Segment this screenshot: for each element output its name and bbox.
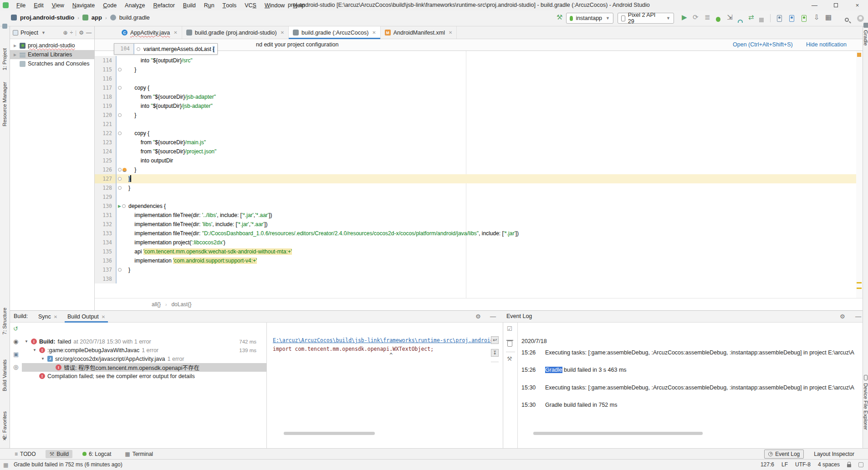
- menu-tools[interactable]: Tools: [219, 0, 241, 10]
- fold-marker-icon[interactable]: [118, 68, 122, 71]
- profile-avatar[interactable]: [857, 15, 864, 23]
- gear-icon[interactable]: ⚙: [475, 313, 481, 320]
- build-console-icon[interactable]: ▣: [13, 351, 19, 358]
- code-line-130[interactable]: 130▶dependencies {: [95, 202, 856, 211]
- build-tree-row[interactable]: ▼!:game:compileDebugJavaWithJavac 1 erro…: [22, 346, 266, 354]
- tab-build-gradle-arcuzcocos-[interactable]: build.gradle (:ArcuzCocos)✕: [289, 26, 381, 39]
- apply-changes-icon[interactable]: ⟳: [693, 13, 699, 21]
- warning-stripe-mark[interactable]: [857, 288, 862, 289]
- stripe-1-project[interactable]: 1: Project: [2, 48, 7, 71]
- code-line-119[interactable]: 119 into "${outputDir}/jsb-adapter": [95, 101, 856, 111]
- code-line-133[interactable]: 133 implementation fileTree(dir: "D:/Coc…: [95, 229, 856, 238]
- checkbox-icon[interactable]: ☑: [507, 325, 512, 332]
- tab-build-gradle-proj-android-studio-[interactable]: build.gradle (proj.android-studio)✕: [182, 26, 289, 39]
- inspection-status-icon[interactable]: [857, 53, 861, 57]
- code-line-122[interactable]: 122 copy {: [95, 129, 856, 138]
- close-icon[interactable]: ✕: [449, 30, 452, 35]
- stripe-device-file-explorer[interactable]: Device File Explorer: [863, 383, 868, 430]
- inspections-eye-icon[interactable]: ◎: [13, 364, 18, 370]
- project-item-proj-android-studio[interactable]: ▶proj.android-studio: [10, 41, 94, 50]
- build-tab-build-output[interactable]: Build Output✕: [64, 311, 109, 323]
- toolwindow-button-event-log[interactable]: Event Log: [764, 450, 804, 459]
- stripe-7-structure[interactable]: 7: Structure: [2, 308, 7, 334]
- stop-icon[interactable]: [759, 16, 764, 24]
- fold-marker-icon[interactable]: [118, 177, 122, 181]
- fold-marker-icon[interactable]: [118, 186, 122, 190]
- fold-marker-icon[interactable]: [122, 204, 126, 208]
- menu-vcs[interactable]: VCS: [240, 0, 260, 10]
- tab-androidmanifest-xml[interactable]: MAndroidManifest.xml✕: [381, 26, 457, 39]
- menu-build[interactable]: Build: [179, 0, 200, 10]
- menu-navigate[interactable]: Navigate: [68, 0, 99, 10]
- toolwindow-button-todo[interactable]: ≡TODO: [11, 450, 39, 458]
- close-icon[interactable]: ✕: [102, 314, 105, 319]
- chevron-down-icon[interactable]: ▼: [41, 30, 46, 35]
- code-line-134[interactable]: 134 implementation project(':libcocos2dx…: [95, 238, 856, 247]
- event-log-hscrollbar[interactable]: [533, 432, 703, 435]
- maximize-button[interactable]: [825, 0, 847, 10]
- pin-icon[interactable]: ◉: [13, 338, 18, 345]
- attach-debugger-icon[interactable]: ⇲: [727, 13, 733, 21]
- tool-window-switcher-icon[interactable]: ▦: [3, 462, 8, 468]
- code-line-136[interactable]: 136 implementation 'com.android.support:…: [95, 256, 856, 265]
- code-line-124[interactable]: 124 from "${sourceDir}/project.json": [95, 147, 856, 156]
- menu-view[interactable]: View: [48, 0, 68, 10]
- sdk-manager-icon[interactable]: [802, 15, 807, 23]
- build-tree-row[interactable]: !错误: 程序包com.tencent.mm.opensdk.openapi不存…: [22, 363, 266, 372]
- device-select[interactable]: Pixel 2 API 29 ▼: [618, 13, 674, 24]
- project-item-scratches-and-consoles[interactable]: Scratches and Consoles: [10, 59, 94, 68]
- event-log-row[interactable]: 2020/7/18: [521, 338, 862, 344]
- fold-marker-icon[interactable]: [118, 168, 122, 172]
- menu-code[interactable]: Code: [99, 0, 121, 10]
- hide-panel-icon[interactable]: —: [86, 30, 92, 36]
- gear-icon[interactable]: ⚙: [840, 313, 845, 320]
- fold-marker-icon[interactable]: [118, 131, 122, 135]
- close-icon[interactable]: ✕: [281, 30, 284, 35]
- toolwindow-button-build[interactable]: ⚒Build: [46, 450, 72, 458]
- menu-run[interactable]: Run: [200, 0, 219, 10]
- debug-icon[interactable]: [716, 15, 720, 23]
- code-line-121[interactable]: 121: [95, 120, 856, 129]
- file-path-link[interactable]: E:\arcuz\ArcuzCocos\build\jsb-link\frame…: [273, 337, 497, 344]
- collapse-all-icon[interactable]: ÷: [70, 30, 73, 36]
- stripe-build-variants[interactable]: Build Variants: [2, 359, 7, 391]
- breadcrumb-item[interactable]: app: [92, 14, 102, 21]
- code-line-117[interactable]: 117 copy {: [95, 83, 856, 92]
- code-line-125[interactable]: 125 into outputDir: [95, 156, 856, 165]
- code-line-137[interactable]: 137}: [95, 265, 856, 274]
- line-separator-widget[interactable]: LF: [781, 461, 788, 468]
- stripe-gradle[interactable]: Gradle: [863, 30, 868, 46]
- intention-bulb-icon[interactable]: [123, 168, 127, 172]
- hide-panel-icon[interactable]: —: [855, 313, 861, 320]
- code-line-114[interactable]: 114 into "${outputDir}/src": [95, 56, 856, 65]
- stripe-resource-manager[interactable]: Resource Manager: [2, 82, 7, 126]
- code-line-138[interactable]: 138: [95, 274, 856, 283]
- virtual-device-icon[interactable]: ⇩: [814, 13, 820, 21]
- code-line-131[interactable]: 131 implementation fileTree(dir: '../lib…: [95, 211, 856, 220]
- editor[interactable]: 114 into "${outputDir}/src"115 }116117 c…: [95, 51, 856, 298]
- project-structure-icon[interactable]: ▦: [825, 13, 832, 21]
- run-configuration-select[interactable]: instantapp ▼: [566, 13, 613, 24]
- profiler-icon[interactable]: [738, 16, 743, 24]
- event-log-row[interactable]: 15:30Gradle build failed in 752 ms: [521, 402, 862, 408]
- event-log-row[interactable]: 15:26Gradle build failed in 3 s 463 ms: [521, 367, 862, 373]
- code-line-126[interactable]: 126 }: [95, 165, 856, 174]
- tab-appactivity-java[interactable]: CAppActivity.java✕: [117, 26, 182, 39]
- run-button[interactable]: ▶: [682, 13, 687, 21]
- hide-panel-icon[interactable]: —: [490, 313, 496, 320]
- close-icon[interactable]: ✕: [54, 314, 57, 319]
- code-line-123[interactable]: 123 from "${sourceDir}/main.js": [95, 138, 856, 147]
- toolwindow-button-6-logcat[interactable]: 6: Logcat: [79, 450, 115, 458]
- close-icon[interactable]: ✕: [174, 30, 177, 35]
- build-tree-row[interactable]: ▼!Build: failed at 2020/7/18 15:30 with …: [22, 337, 266, 346]
- breadcrumb-all[interactable]: all{}: [152, 301, 161, 308]
- open-settings-link[interactable]: Open (Ctrl+Alt+Shift+S): [733, 41, 793, 48]
- breadcrumb-item[interactable]: build.gradle: [119, 14, 150, 21]
- close-icon[interactable]: ✕: [372, 30, 376, 35]
- menu-refactor[interactable]: Refactor: [149, 0, 179, 10]
- code-line-120[interactable]: 120 }: [95, 111, 856, 120]
- menu-edit[interactable]: Edit: [30, 0, 48, 10]
- code-line-118[interactable]: 118 from "${sourceDir}/jsb-adapter": [95, 92, 856, 101]
- code-line-129[interactable]: 129: [95, 192, 856, 202]
- lock-icon[interactable]: [847, 464, 851, 467]
